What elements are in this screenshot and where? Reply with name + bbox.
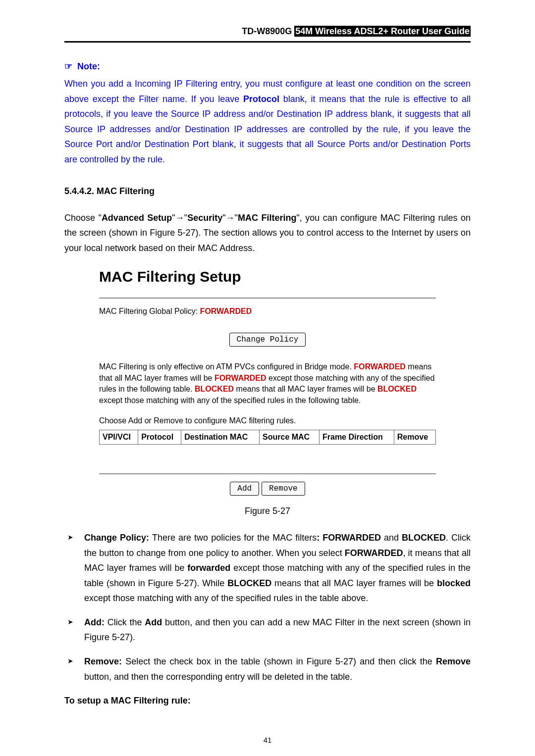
- figure-screenshot: MAC Filtering Setup MAC Filtering Global…: [99, 265, 436, 496]
- bullet-marker-icon: ➤: [64, 615, 84, 645]
- arrow-icon: →: [175, 213, 184, 223]
- txt: Choose ": [64, 213, 102, 223]
- setup-rule-heading: To setup a MAC Filtering rule:: [64, 694, 471, 707]
- note-body: When you add a Incoming IP Filtering ent…: [64, 76, 471, 167]
- page-header: TD-W8900G 54M Wireless ADSL2+ Router Use…: [64, 25, 471, 38]
- txt: except those matching with any of the sp…: [84, 593, 368, 603]
- txt: forwarded: [187, 563, 230, 573]
- blocked-word: BLOCKED: [195, 385, 234, 393]
- txt: BLOCKED: [227, 578, 271, 588]
- txt: means that all MAC layer frames will be: [271, 578, 437, 588]
- policy-label: MAC Filtering Global Policy:: [99, 307, 200, 315]
- txt: Add: [145, 617, 162, 627]
- txt: : FORWARDED: [317, 533, 381, 543]
- remove-button[interactable]: Remove: [262, 482, 305, 496]
- bullet-head: Change Policy:: [84, 533, 152, 543]
- col-vpi-vci: VPI/VCI: [100, 430, 138, 444]
- txt: blocked: [437, 578, 471, 588]
- bullet-remove: ➤ Remove: Select the check box in the ta…: [64, 654, 471, 684]
- choose-text: Choose Add or Remove to configure MAC fi…: [99, 415, 436, 427]
- txt: BLOCKED: [402, 533, 446, 543]
- forwarded-word: FORWARDED: [354, 362, 406, 371]
- note-text-2: blank, it means that the rule is effecti…: [64, 94, 471, 164]
- txt: FORWARDED: [345, 548, 403, 558]
- guide-title: 54M Wireless ADSL2+ Router User Guide: [294, 26, 471, 37]
- bullet-change-policy: ➤ Change Policy: There are two policies …: [64, 530, 471, 606]
- table-empty-area: [99, 445, 436, 474]
- mac-filter-table: VPI/VCI Protocol Destination MAC Source …: [99, 430, 436, 445]
- blocked-word: BLOCKED: [377, 385, 417, 393]
- add-button[interactable]: Add: [230, 482, 259, 496]
- path-mac-filtering: MAC Filtering: [238, 213, 296, 223]
- note-heading: Note:: [64, 60, 471, 73]
- bullet-add: ➤ Add: Click the Add button, and then yo…: [64, 615, 471, 645]
- col-remove: Remove: [394, 430, 435, 444]
- fig-description: MAC Filtering is only effective on ATM P…: [99, 361, 436, 406]
- bullet-marker-icon: ➤: [64, 654, 84, 684]
- col-dest-mac: Destination MAC: [181, 430, 260, 444]
- txt: There are two policies for the MAC filte…: [152, 533, 317, 543]
- txt: means that all MAC layer frames will be: [234, 385, 377, 393]
- txt: button, and then the corresponding entry…: [84, 672, 352, 682]
- header-rule: [64, 41, 471, 43]
- bullet-content: Remove: Select the check box in the tabl…: [84, 654, 471, 684]
- policy-value: FORWARDED: [200, 307, 252, 315]
- add-remove-row: Add Remove: [99, 481, 436, 496]
- arrow-icon: →: [226, 213, 235, 223]
- bullet-marker-icon: ➤: [64, 530, 84, 606]
- figure-caption: Figure 5-27: [64, 504, 471, 518]
- change-policy-button[interactable]: Change Policy: [229, 333, 306, 347]
- path-security: Security: [187, 213, 222, 223]
- col-frame-direction: Frame Direction: [319, 430, 394, 444]
- txt: Select the check box in the table (shown…: [125, 656, 436, 666]
- note-protocol: Protocol: [243, 94, 279, 104]
- txt: and: [381, 533, 402, 543]
- col-protocol: Protocol: [138, 430, 181, 444]
- col-source-mac: Source MAC: [260, 430, 320, 444]
- forwarded-word: FORWARDED: [214, 374, 267, 382]
- screenshot-title: MAC Filtering Setup: [99, 265, 436, 288]
- section-paragraph: Choose "Advanced Setup"→"Security"→"MAC …: [64, 210, 471, 256]
- model-number: TD-W8900G: [242, 26, 292, 36]
- path-advanced-setup: Advanced Setup: [102, 213, 172, 223]
- txt: Click the: [107, 617, 145, 627]
- txt: Remove: [436, 656, 471, 666]
- policy-line: MAC Filtering Global Policy: FORWARDED: [99, 305, 436, 317]
- bullet-content: Change Policy: There are two policies fo…: [84, 530, 471, 606]
- fig-rule: [99, 298, 436, 299]
- bullet-head: Remove:: [84, 656, 125, 666]
- page-number: 41: [64, 735, 471, 746]
- txt: except those matching with any of the sp…: [99, 396, 361, 404]
- txt: MAC Filtering is only effective on ATM P…: [99, 362, 354, 371]
- bullet-head: Add:: [84, 617, 107, 627]
- change-policy-row: Change Policy: [99, 332, 436, 347]
- section-heading: 5.4.4.2. MAC Filtering: [64, 185, 471, 198]
- bullet-content: Add: Click the Add button, and then you …: [84, 615, 471, 645]
